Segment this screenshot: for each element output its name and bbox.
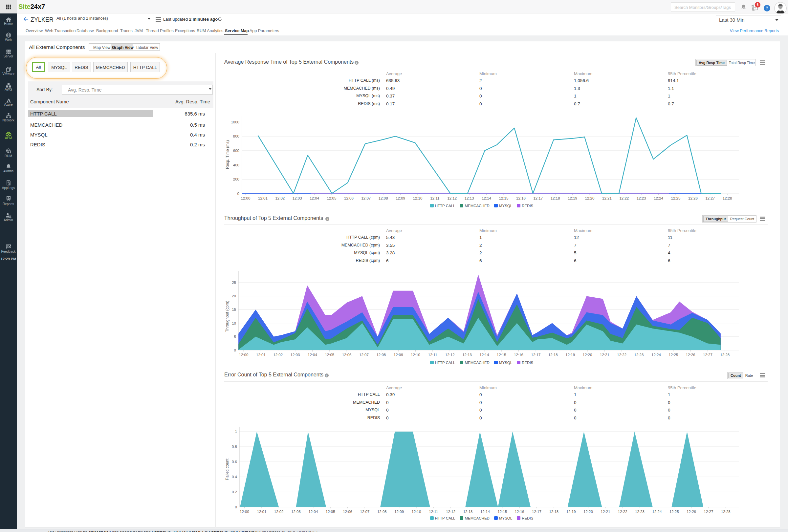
svg-text:12:25: 12:25 [671,196,681,200]
svg-text:12:11: 12:11 [429,510,438,514]
svg-text:12:06: 12:06 [343,510,352,514]
svg-text:12:16: 12:16 [515,510,524,514]
svg-text:12:12: 12:12 [446,510,455,514]
svg-text:12:19: 12:19 [566,510,576,514]
svg-text:12:13: 12:13 [465,196,474,200]
svg-text:12:07: 12:07 [361,196,371,200]
svg-text:12:05: 12:05 [325,353,334,357]
svg-text:12:24: 12:24 [654,196,663,200]
svg-text:12:06: 12:06 [342,353,352,357]
svg-text:12:03: 12:03 [291,510,301,514]
svg-text:12:22: 12:22 [617,353,627,357]
svg-text:12:19: 12:19 [568,196,577,200]
svg-text:800: 800 [233,134,239,138]
svg-text:12:16: 12:16 [514,353,524,357]
svg-text:12:02: 12:02 [274,510,284,514]
svg-text:0: 0 [237,192,239,196]
svg-text:12:25: 12:25 [669,510,679,514]
svg-text:12:08: 12:08 [377,510,387,514]
svg-text:12:20: 12:20 [584,510,593,514]
svg-text:12:10: 12:10 [413,196,422,200]
svg-text:12:01: 12:01 [258,196,268,200]
svg-text:12:27: 12:27 [704,510,713,514]
svg-text:12:18: 12:18 [551,196,560,200]
svg-text:12:14: 12:14 [480,353,489,357]
svg-text:12:17: 12:17 [531,353,541,357]
svg-text:12:00: 12:00 [240,510,249,514]
svg-text:12:21: 12:21 [601,510,610,514]
svg-text:12:09: 12:09 [394,353,403,357]
svg-text:12:08: 12:08 [378,196,388,200]
svg-text:12:26: 12:26 [687,510,696,514]
svg-text:12:25: 12:25 [669,353,678,357]
svg-text:Failed count: Failed count [225,458,230,480]
svg-text:0.4: 0.4 [232,475,237,479]
svg-text:12:19: 12:19 [565,353,575,357]
svg-text:12:04: 12:04 [309,510,318,514]
svg-text:12:13: 12:13 [463,510,473,514]
svg-text:12:18: 12:18 [548,353,558,357]
svg-text:12:26: 12:26 [688,196,698,200]
svg-text:12:02: 12:02 [273,353,283,357]
svg-text:12:26: 12:26 [686,353,695,357]
svg-text:12:23: 12:23 [637,196,646,200]
svg-text:12:07: 12:07 [359,353,369,357]
svg-text:12:15: 12:15 [499,196,509,200]
svg-text:12:22: 12:22 [618,510,627,514]
svg-text:12:17: 12:17 [533,196,543,200]
svg-text:12:20: 12:20 [583,353,592,357]
svg-text:12:27: 12:27 [703,353,712,357]
svg-text:0.8: 0.8 [232,445,237,449]
svg-text:0: 0 [234,348,236,352]
svg-text:12:13: 12:13 [462,353,472,357]
svg-text:12:03: 12:03 [291,353,300,357]
svg-text:400: 400 [233,163,239,167]
svg-text:12:06: 12:06 [344,196,354,200]
svg-text:15: 15 [232,308,236,311]
svg-text:12:21: 12:21 [602,196,612,200]
svg-text:12:03: 12:03 [293,196,302,200]
svg-text:12:05: 12:05 [327,196,337,200]
svg-text:12:15: 12:15 [497,353,506,357]
svg-text:1000: 1000 [231,120,239,124]
svg-text:12:24: 12:24 [652,510,662,514]
svg-text:12:07: 12:07 [360,510,370,514]
svg-text:12:28: 12:28 [720,353,730,357]
svg-text:12:24: 12:24 [651,353,661,357]
svg-text:12:11: 12:11 [430,196,439,200]
svg-text:12:08: 12:08 [376,353,386,357]
svg-text:12:00: 12:00 [239,353,249,357]
svg-text:10: 10 [232,321,236,325]
svg-text:12:04: 12:04 [310,196,319,200]
svg-text:12:09: 12:09 [394,510,404,514]
svg-text:0.6: 0.6 [232,460,237,464]
svg-text:12:17: 12:17 [532,510,541,514]
svg-text:12:22: 12:22 [619,196,629,200]
svg-text:0.2: 0.2 [232,490,237,494]
svg-text:12:23: 12:23 [634,353,644,357]
svg-text:12:23: 12:23 [635,510,645,514]
svg-text:0: 0 [235,505,237,509]
svg-text:20: 20 [232,294,236,298]
svg-text:12:21: 12:21 [600,353,609,357]
svg-text:12:10: 12:10 [411,353,420,357]
svg-text:12:28: 12:28 [723,196,732,200]
svg-text:12:01: 12:01 [257,510,267,514]
svg-text:25: 25 [232,281,236,285]
svg-text:Throughput (cpm): Throughput (cpm) [225,301,230,332]
svg-text:5: 5 [234,335,236,339]
svg-text:12:16: 12:16 [516,196,526,200]
svg-text:12:09: 12:09 [396,196,405,200]
svg-text:12:04: 12:04 [308,353,317,357]
svg-text:12:18: 12:18 [549,510,558,514]
svg-text:12:01: 12:01 [256,353,265,357]
svg-text:12:11: 12:11 [428,353,437,357]
svg-text:12:15: 12:15 [497,510,507,514]
svg-text:12:12: 12:12 [447,196,457,200]
svg-text:12:05: 12:05 [326,510,335,514]
svg-text:12:00: 12:00 [241,196,251,200]
svg-text:12:20: 12:20 [585,196,595,200]
svg-text:12:28: 12:28 [721,510,731,514]
svg-text:1: 1 [235,430,237,433]
svg-text:600: 600 [233,149,239,152]
